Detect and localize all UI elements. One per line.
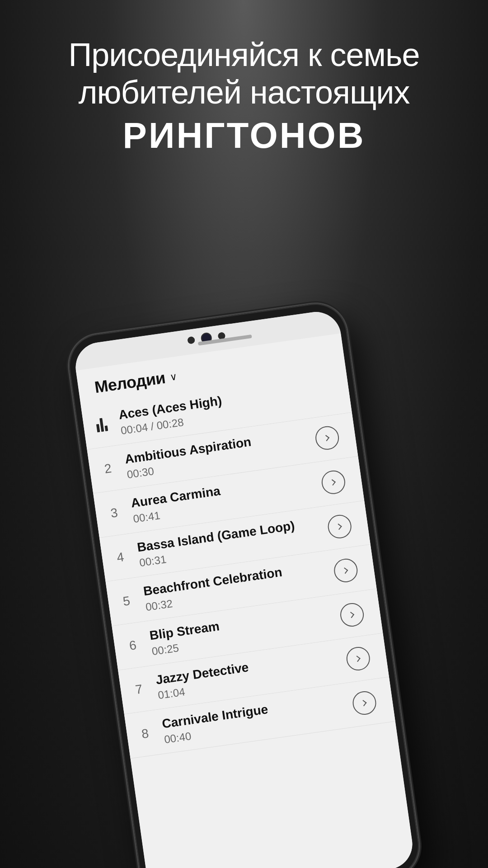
play-button[interactable] [345,646,371,672]
playing-indicator [83,415,121,434]
promo-line-bold: РИНГТОНОВ [27,115,461,156]
app-content: Мелодии ∨ Aces (Aces High)00:04 / 00:282… [76,333,416,868]
play-button[interactable] [320,469,347,495]
chevron-right-icon [323,435,329,441]
track-number: 3 [95,504,133,523]
promo-section: Присоединяйся к семье любителей настоящи… [0,36,488,156]
track-list: Aces (Aces High)00:04 / 00:282Ambitious … [81,368,395,759]
app-title: Мелодии [94,368,167,397]
phone-mockup: Мелодии ∨ Aces (Aces High)00:04 / 00:282… [65,300,423,868]
track-number: 7 [120,680,158,699]
play-button[interactable] [314,425,341,452]
promo-line1: Присоединяйся к семье любителей настоящи… [27,36,461,111]
chevron-right-icon [348,612,354,618]
chevron-right-icon [329,479,336,486]
track-number: 5 [108,592,145,611]
camera-area [187,330,226,346]
chevron-right-icon [336,524,342,530]
chevron-right-icon [342,567,348,574]
phone-outer: Мелодии ∨ Aces (Aces High)00:04 / 00:282… [65,300,423,868]
chevron-right-icon [354,656,361,662]
play-button[interactable] [339,601,366,628]
play-button[interactable] [351,690,378,717]
equalizer-icon [95,417,108,432]
chevron-down-icon[interactable]: ∨ [169,371,178,383]
track-number: 2 [89,459,127,479]
play-button[interactable] [333,557,359,584]
track-number: 6 [114,636,152,655]
camera-dot [187,336,195,344]
track-number: 4 [102,547,140,567]
phone-screen: Мелодии ∨ Aces (Aces High)00:04 / 00:282… [72,309,415,868]
play-button[interactable] [326,513,353,540]
chevron-right-icon [361,700,367,706]
track-number: 8 [126,724,164,744]
